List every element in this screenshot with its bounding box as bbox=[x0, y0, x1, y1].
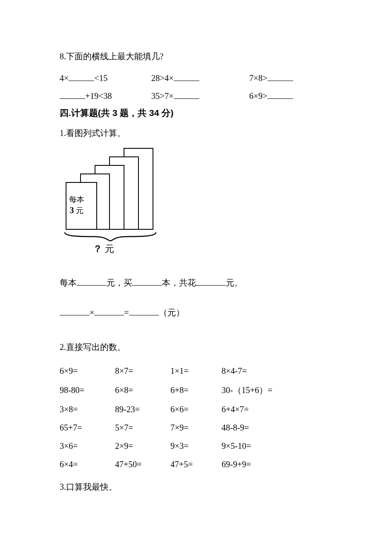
p1-expr-unit: （元） bbox=[159, 308, 184, 317]
table-row: 65+7= 5×7= 7×9= 48-8-9= bbox=[60, 419, 337, 437]
cell: 8×7= bbox=[115, 362, 170, 380]
q8-r2c3a: 6×9> bbox=[249, 91, 268, 101]
table-row: 3×6= 2×9= 9×3= 9×5-10= bbox=[60, 437, 337, 455]
books-figure: 每本 3 元 ？ 元 bbox=[60, 148, 170, 263]
q8-r2c2a: 35>7× bbox=[151, 91, 174, 101]
cell: 89-23= bbox=[115, 400, 170, 419]
cell: 7×9= bbox=[170, 419, 222, 437]
p1-fill-c: 本，共花 bbox=[162, 278, 196, 287]
q8-row1: 4×<15 28>4× 7×8> bbox=[60, 71, 337, 83]
q8-r1c3a: 7×8> bbox=[249, 73, 268, 83]
blank[interactable] bbox=[268, 71, 293, 81]
cell: 6+8= bbox=[170, 380, 222, 400]
cell: 8×4-7= bbox=[222, 362, 337, 380]
cell: 6×9= bbox=[60, 362, 115, 380]
blank[interactable] bbox=[60, 306, 89, 315]
blank[interactable] bbox=[268, 89, 293, 99]
p1-expr-mul: × bbox=[89, 308, 94, 317]
blank[interactable] bbox=[132, 276, 162, 286]
p1-fill-b: 元，买 bbox=[107, 278, 132, 287]
cell: 30-（15+6）= bbox=[222, 380, 337, 400]
blank[interactable] bbox=[196, 276, 226, 286]
q8-r1c1b: <15 bbox=[94, 73, 107, 83]
cell: 9×3= bbox=[170, 437, 222, 455]
p1-fill-line: 每本元，买本，共花元。 bbox=[60, 276, 337, 289]
cell: 6×6= bbox=[170, 400, 222, 419]
p2-table: 6×9= 8×7= 1×1= 8×4-7= 98-80= 6×8= 6+8= 3… bbox=[60, 362, 337, 474]
blank[interactable] bbox=[69, 71, 94, 81]
cell: 69-9+9= bbox=[222, 455, 337, 474]
cell: 2×9= bbox=[115, 437, 170, 455]
cell: 6×4= bbox=[60, 455, 115, 474]
q8-r1c2a: 28>4× bbox=[151, 73, 174, 83]
cell: 3×8= bbox=[60, 400, 115, 419]
brace-unit: 元 bbox=[102, 243, 114, 254]
cell: 47+50= bbox=[115, 455, 170, 474]
brace-icon bbox=[64, 231, 157, 242]
cell: 48-8-9= bbox=[222, 419, 337, 437]
cell: 6×8= bbox=[115, 380, 170, 400]
table-row: 3×8= 89-23= 6×6= 6+4×7= bbox=[60, 400, 337, 419]
blank[interactable] bbox=[129, 306, 159, 315]
p1-title: 1.看图列式计算。 bbox=[60, 126, 337, 140]
p1-fill-d: 元。 bbox=[226, 278, 243, 287]
q8-row2: +19<38 35>7× 6×9> bbox=[60, 89, 337, 101]
blank[interactable] bbox=[77, 276, 107, 286]
cell: 6+4×7= bbox=[222, 400, 337, 419]
blank[interactable] bbox=[174, 71, 199, 81]
blank[interactable] bbox=[94, 306, 124, 315]
section4-heading: 四.计算题(共 3 题，共 34 分) bbox=[60, 107, 337, 119]
q8-r1c1a: 4× bbox=[60, 73, 69, 83]
blank[interactable] bbox=[174, 89, 199, 99]
brace-q: ？ bbox=[93, 243, 102, 254]
brace-label: ？ 元 bbox=[93, 243, 114, 255]
p2-title: 2.直接写出的数。 bbox=[60, 340, 337, 354]
book-label-num: 3 bbox=[69, 205, 74, 215]
p3-title: 3.口算我最快。 bbox=[60, 480, 337, 494]
table-row: 6×9= 8×7= 1×1= 8×4-7= bbox=[60, 362, 337, 380]
p1-expr-eq: = bbox=[124, 308, 129, 317]
book-label-l1: 每本 bbox=[69, 195, 84, 204]
book-label: 每本 3 元 bbox=[69, 195, 84, 216]
cell: 5×7= bbox=[115, 419, 170, 437]
book-label-unit: 元 bbox=[74, 206, 84, 215]
table-row: 6×4= 47+50= 47+5= 69-9+9= bbox=[60, 455, 337, 474]
p1-fill-a: 每本 bbox=[60, 278, 77, 287]
cell: 1×1= bbox=[170, 362, 222, 380]
q8-prompt: 8.下面的横线上最大能填几? bbox=[60, 49, 337, 64]
table-row: 98-80= 6×8= 6+8= 30-（15+6）= bbox=[60, 380, 337, 400]
p1-expr-line: ×=（元） bbox=[60, 306, 337, 318]
cell: 65+7= bbox=[60, 419, 115, 437]
cell: 98-80= bbox=[60, 380, 115, 400]
cell: 9×5-10= bbox=[222, 437, 337, 455]
cell: 3×6= bbox=[60, 437, 115, 455]
cell: 47+5= bbox=[170, 455, 222, 474]
q8-r2c1b: +19<38 bbox=[85, 91, 112, 101]
blank[interactable] bbox=[60, 89, 85, 99]
